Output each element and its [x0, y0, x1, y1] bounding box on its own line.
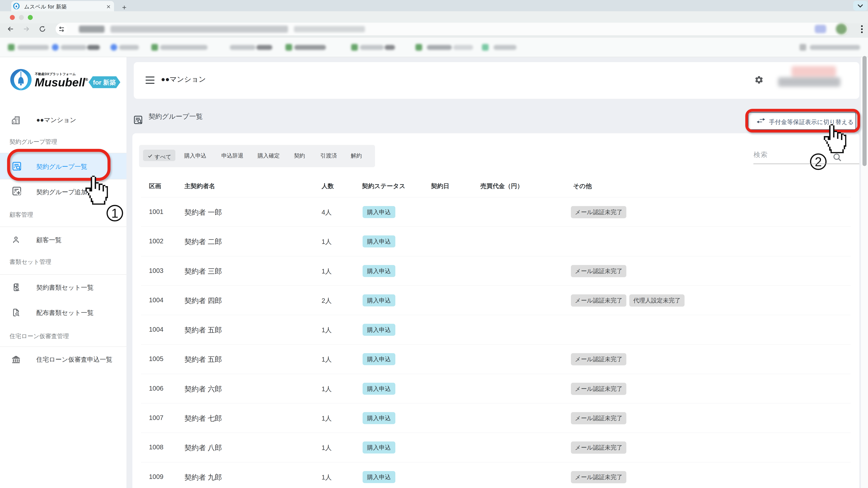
svg-text:for 新築: for 新築 [93, 79, 116, 86]
